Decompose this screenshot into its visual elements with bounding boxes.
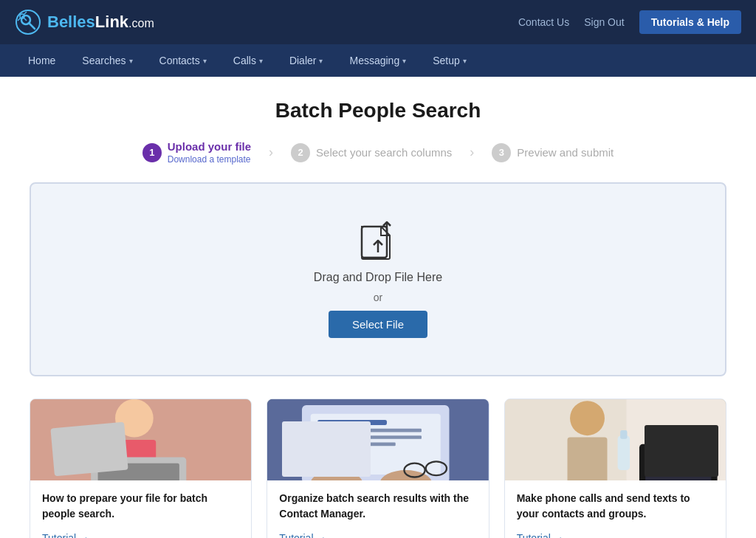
svg-rect-7	[362, 227, 387, 258]
svg-rect-20	[317, 429, 422, 432]
svg-rect-36	[617, 435, 629, 470]
card-1-title: How to prepare your file for batch peopl…	[42, 491, 239, 522]
drag-drop-text: Drag and Drop File Here	[314, 271, 442, 284]
upload-area[interactable]: Drag and Drop File Here or Select File	[30, 182, 726, 376]
step-3-label: Preview and submit	[517, 146, 614, 159]
step-2: 2 Select your search columns	[276, 143, 467, 162]
contact-us-link[interactable]: Contact Us	[518, 16, 569, 28]
step-1-content: Upload your file Download a template	[168, 140, 251, 165]
svg-rect-14	[98, 463, 179, 480]
select-file-button[interactable]: Select File	[329, 311, 427, 338]
main-content: Batch People Search 1 Upload your file D…	[0, 77, 756, 538]
nav-label-searches: Searches	[82, 55, 126, 66]
nav-item-dialer[interactable]: Dialer ▾	[276, 44, 337, 77]
svg-rect-19	[317, 420, 387, 425]
step-1-label: Upload your file	[168, 140, 251, 153]
svg-line-6	[24, 18, 27, 21]
nav-item-home[interactable]: Home	[15, 44, 69, 77]
svg-rect-21	[317, 435, 422, 439]
svg-rect-37	[620, 430, 627, 439]
tutorial-card-1: How to prepare your file for batch peopl…	[30, 399, 252, 538]
upload-file-icon	[359, 221, 397, 263]
step-3: 3 Preview and submit	[477, 143, 628, 162]
svg-line-2	[29, 23, 35, 29]
svg-rect-32	[567, 437, 607, 480]
step-separator-1: ›	[266, 145, 276, 160]
nav-label-calls: Calls	[233, 55, 256, 66]
svg-line-5	[18, 18, 21, 21]
nav-label-setup: Setup	[433, 55, 460, 66]
card-1-tutorial-link[interactable]: Tutorial →	[42, 532, 239, 538]
svg-point-0	[16, 10, 40, 34]
logo-text: BellesLink.com	[47, 13, 154, 32]
chevron-down-icon: ▾	[129, 57, 133, 65]
step-2-circle: 2	[291, 143, 310, 162]
chevron-down-icon: ▾	[402, 57, 406, 65]
card-1-body: How to prepare your file for batch peopl…	[30, 480, 251, 538]
nav-item-setup[interactable]: Setup ▾	[419, 44, 480, 77]
nav-item-searches[interactable]: Searches ▾	[69, 44, 145, 77]
card-2-image	[267, 399, 488, 480]
chevron-down-icon: ▾	[203, 57, 207, 65]
svg-rect-33	[639, 444, 718, 480]
svg-rect-34	[645, 450, 711, 480]
chevron-down-icon: ▾	[259, 57, 263, 65]
svg-point-11	[115, 399, 154, 437]
tutorial-cards-row: How to prepare your file for batch peopl…	[30, 399, 726, 538]
nav-item-contacts[interactable]: Contacts ▾	[146, 44, 220, 77]
tutorial-card-2: Organize batch search results with the C…	[267, 399, 489, 538]
nav-item-messaging[interactable]: Messaging ▾	[336, 44, 419, 77]
svg-line-27	[425, 469, 426, 470]
logo-area: BellesLink.com	[15, 9, 154, 35]
card-2-tutorial-link[interactable]: Tutorial →	[279, 532, 476, 538]
card-3-title: Make phone calls and send texts to your …	[517, 491, 714, 522]
svg-line-4	[24, 12, 27, 15]
card-3-image	[505, 399, 726, 480]
nav-label-home: Home	[28, 55, 55, 66]
download-template-link[interactable]: Download a template	[168, 154, 251, 165]
svg-rect-22	[317, 443, 396, 446]
chevron-down-icon: ▾	[319, 57, 323, 65]
step-3-content: Preview and submit	[517, 146, 614, 159]
page-title: Batch People Search	[30, 99, 726, 123]
chevron-down-icon: ▾	[463, 57, 467, 65]
svg-point-23	[311, 470, 362, 480]
card-3-body: Make phone calls and send texts to your …	[505, 480, 726, 538]
step-1-circle: 1	[142, 143, 162, 162]
card-2-body: Organize batch search results with the C…	[267, 480, 488, 538]
card-2-title: Organize batch search results with the C…	[279, 491, 476, 522]
card-1-image	[30, 399, 251, 480]
step-2-content: Select your search columns	[316, 146, 452, 159]
nav-bar: Home Searches ▾ Contacts ▾ Calls ▾ Diale…	[0, 44, 756, 77]
nav-label-messaging: Messaging	[349, 55, 399, 66]
nav-item-calls[interactable]: Calls ▾	[220, 44, 276, 77]
sign-out-link[interactable]: Sign Out	[584, 16, 624, 28]
tutorials-help-button[interactable]: Tutorials & Help	[639, 10, 741, 34]
step-separator-2: ›	[467, 145, 477, 160]
step-3-circle: 3	[492, 143, 511, 162]
nav-label-dialer: Dialer	[289, 55, 317, 66]
logo-icon	[15, 9, 41, 35]
svg-point-31	[570, 401, 605, 435]
or-text: or	[374, 292, 382, 303]
steps-bar: 1 Upload your file Download a template ›…	[30, 140, 726, 165]
step-1: 1 Upload your file Download a template	[128, 140, 266, 165]
card-3-tutorial-link[interactable]: Tutorial →	[517, 532, 714, 538]
top-bar: BellesLink.com Contact Us Sign Out Tutor…	[0, 0, 756, 44]
top-bar-right: Contact Us Sign Out Tutorials & Help	[518, 10, 741, 34]
svg-rect-29	[505, 399, 626, 480]
step-2-label: Select your search columns	[316, 146, 452, 159]
tutorial-card-3: Make phone calls and send texts to your …	[504, 399, 726, 538]
nav-label-contacts: Contacts	[159, 55, 200, 66]
